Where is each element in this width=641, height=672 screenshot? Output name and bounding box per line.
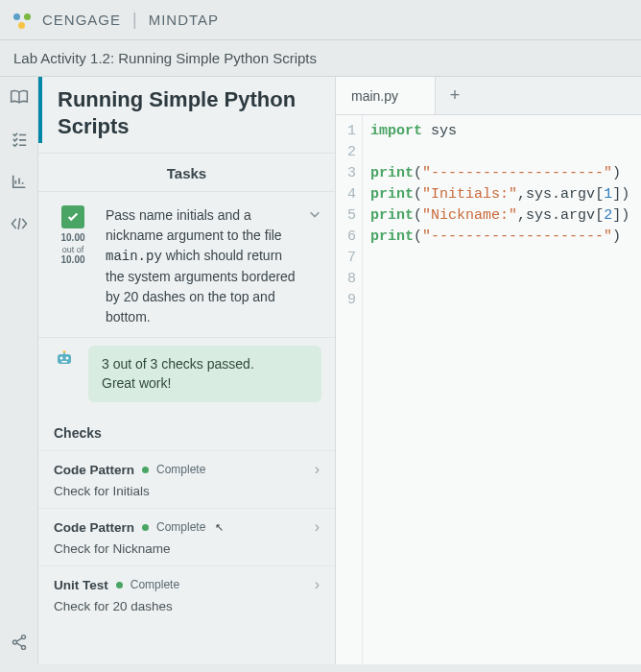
svg-point-1 <box>21 636 25 639</box>
check-item[interactable]: Code PatternComplete↖›Check for Nickname <box>38 508 335 565</box>
check-item[interactable]: Code PatternComplete›Check for Initials <box>38 450 335 508</box>
result-line-2: Great work! <box>102 375 171 391</box>
check-description: Check for Nickname <box>54 541 320 556</box>
result-row: 3 out of 3 checks passed. Great work! <box>38 338 335 416</box>
editor-tab-bar: main.py + <box>336 77 641 115</box>
svg-rect-8 <box>63 352 64 355</box>
task-description: Pass name initials and a nickname argume… <box>106 205 297 327</box>
check-status: Complete <box>156 520 205 534</box>
check-status: Complete <box>156 463 205 476</box>
checks-list: Code PatternComplete›Check for InitialsC… <box>38 450 335 623</box>
status-dot-icon <box>142 467 149 473</box>
check-type: Unit Test <box>54 578 108 592</box>
code-icon[interactable] <box>9 213 30 234</box>
result-message: 3 out of 3 checks passed. Great work! <box>88 346 321 402</box>
tab-mainpy[interactable]: main.py <box>336 77 436 114</box>
score-total: 10.00 <box>60 254 84 265</box>
check-status: Complete <box>131 578 179 591</box>
task-score: 10.00 out of 10.00 <box>60 232 84 266</box>
chevron-down-icon[interactable] <box>308 205 321 327</box>
share-icon[interactable] <box>9 632 30 653</box>
code-content[interactable]: import sys print("--------------------")… <box>363 115 629 664</box>
chevron-right-icon[interactable]: › <box>315 518 320 536</box>
tasks-heading: Tasks <box>38 153 335 192</box>
svg-point-5 <box>66 357 69 360</box>
task-score-col: 10.00 out of 10.00 <box>52 205 94 327</box>
task-code: main.py <box>106 249 162 264</box>
checks-heading: Checks <box>38 416 335 450</box>
product-name: MINDTAP <box>149 12 219 28</box>
panel-title: Running Simple Python Scripts <box>58 86 320 139</box>
check-icon <box>61 205 84 228</box>
side-rail <box>0 77 38 664</box>
check-type: Code Pattern <box>54 520 134 535</box>
chevron-right-icon[interactable]: › <box>315 576 320 593</box>
brand-name: CENGAGE <box>42 12 121 28</box>
book-icon[interactable] <box>9 86 30 108</box>
cursor-icon: ↖ <box>215 521 224 534</box>
line-gutter: 1 2 3 4 5 6 7 8 9 <box>336 115 363 664</box>
lab-title: Lab Activity 1.2: Running Simple Python … <box>0 39 641 77</box>
brand-divider: | <box>132 10 137 30</box>
check-type: Code Pattern <box>54 463 134 477</box>
check-description: Check for Initials <box>54 484 320 498</box>
chevron-right-icon[interactable]: › <box>315 461 320 478</box>
check-item[interactable]: Unit TestComplete›Check for 20 dashes <box>38 565 335 623</box>
brand-logo-icon <box>13 12 31 29</box>
instructions-panel: Running Simple Python Scripts Tasks 10.0… <box>38 77 336 664</box>
tab-label: main.py <box>351 88 398 104</box>
status-dot-icon <box>116 582 123 588</box>
checklist-icon[interactable] <box>9 129 30 150</box>
svg-point-2 <box>21 645 25 649</box>
svg-rect-6 <box>61 361 67 363</box>
svg-point-0 <box>12 640 16 644</box>
code-editor[interactable]: 1 2 3 4 5 6 7 8 9 import sys print("----… <box>336 115 641 664</box>
status-dot-icon <box>142 524 149 531</box>
app-header: CENGAGE | MINDTAP <box>0 0 641 39</box>
score-outof-label: out of <box>62 245 84 254</box>
svg-point-4 <box>60 357 63 360</box>
result-line-1: 3 out of 3 checks passed. <box>102 356 254 372</box>
robot-icon <box>52 346 77 371</box>
score-earned: 10.00 <box>60 232 84 243</box>
main-area: Running Simple Python Scripts Tasks 10.0… <box>0 77 641 664</box>
check-description: Check for 20 dashes <box>54 599 320 613</box>
add-tab-button[interactable]: + <box>436 85 474 106</box>
code-panel: main.py + 1 2 3 4 5 6 7 8 9 import sys p… <box>336 77 641 664</box>
chart-icon[interactable] <box>9 171 30 192</box>
task-text-pre: Pass name initials and a nickname argume… <box>106 207 282 243</box>
task-item[interactable]: 10.00 out of 10.00 Pass name initials an… <box>38 192 335 338</box>
panel-title-wrap: Running Simple Python Scripts <box>38 77 335 143</box>
